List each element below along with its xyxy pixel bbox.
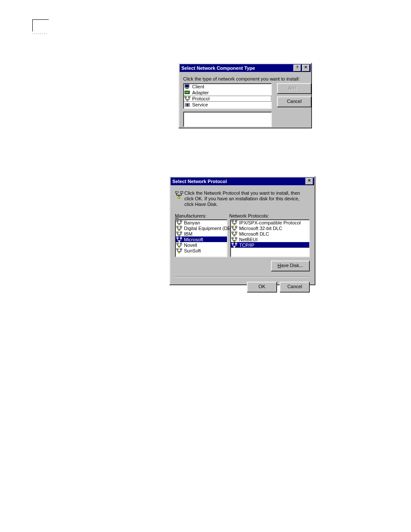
svg-rect-48 xyxy=(180,243,182,244)
protocol-icon xyxy=(231,243,237,248)
svg-point-76 xyxy=(234,235,235,236)
dialog-title: Select Network Component Type xyxy=(181,64,255,72)
item-label: Service xyxy=(192,102,208,107)
svg-rect-83 xyxy=(232,243,234,244)
svg-rect-4 xyxy=(186,92,187,93)
protocol-item[interactable]: NetBEUI xyxy=(230,236,309,242)
svg-point-58 xyxy=(178,252,180,253)
item-label: IBM xyxy=(184,231,193,236)
protocol-hero-icon xyxy=(175,190,181,196)
ok-button[interactable]: OK xyxy=(247,282,277,292)
item-label: Digital Equipment (DEC) xyxy=(184,226,236,231)
info-text: Click the Network Protocol that you want… xyxy=(184,190,310,207)
svg-rect-24 xyxy=(180,221,182,222)
svg-rect-3 xyxy=(185,91,190,94)
svg-point-46 xyxy=(178,240,180,242)
manufacturer-item[interactable]: SunSoft xyxy=(175,248,227,253)
titlebar[interactable]: Select Network Component Type ? ✕ xyxy=(180,64,311,72)
item-label: NetBEUI xyxy=(239,237,258,242)
item-label: Adapter xyxy=(192,90,209,95)
item-label: Microsoft 32-bit DLC xyxy=(239,226,282,231)
protocol-item[interactable]: IPX/SPX-compatible Protocol xyxy=(230,220,309,225)
item-label: TCP/IP xyxy=(239,243,254,248)
svg-rect-77 xyxy=(232,237,234,239)
svg-rect-7 xyxy=(188,96,190,98)
svg-rect-60 xyxy=(235,221,237,222)
component-type-item[interactable]: Client xyxy=(184,84,271,90)
svg-rect-1 xyxy=(185,85,189,87)
component-type-list[interactable]: ClientAdapterProtocolService xyxy=(183,83,272,109)
item-label: SunSoft xyxy=(184,248,201,253)
protocol-icon xyxy=(176,243,182,248)
component-type-item[interactable]: Adapter xyxy=(184,90,271,96)
adapter-icon xyxy=(184,90,190,95)
svg-rect-36 xyxy=(180,232,182,233)
protocol-icon xyxy=(231,220,237,225)
close-button[interactable]: ✕ xyxy=(305,178,313,185)
svg-rect-23 xyxy=(177,221,178,222)
component-type-item[interactable]: Service xyxy=(184,102,271,108)
svg-point-52 xyxy=(178,246,180,247)
close-button[interactable]: ✕ xyxy=(302,65,310,72)
svg-rect-6 xyxy=(185,96,187,98)
dialog-title: Select Network Protocol xyxy=(172,177,227,185)
component-type-item[interactable]: Protocol xyxy=(184,96,271,102)
protocol-item[interactable]: TCP/IP xyxy=(230,242,309,248)
svg-rect-29 xyxy=(177,226,178,227)
svg-rect-78 xyxy=(235,237,237,239)
svg-rect-84 xyxy=(235,243,237,244)
protocol-icon xyxy=(176,237,182,242)
protocol-icon xyxy=(184,96,190,101)
item-label: Microsoft DLC xyxy=(239,231,269,236)
select-network-component-type-dialog: Select Network Component Type ? ✕ Click … xyxy=(178,63,312,128)
item-label: Protocol xyxy=(192,96,209,101)
svg-point-22 xyxy=(178,196,180,199)
select-network-protocol-dialog: Select Network Protocol ✕ xyxy=(169,176,315,285)
manufacturer-item[interactable]: IBM xyxy=(175,231,227,236)
prompt-text: Click the type of network component you … xyxy=(183,76,307,81)
svg-rect-41 xyxy=(177,237,178,239)
cancel-button[interactable]: Cancel xyxy=(280,282,310,292)
svg-rect-54 xyxy=(180,249,182,250)
protocol-item[interactable]: Microsoft DLC xyxy=(230,231,309,236)
svg-rect-72 xyxy=(235,232,237,233)
titlebar[interactable]: Select Network Protocol ✕ xyxy=(171,177,314,185)
item-label: Banyan xyxy=(184,220,200,225)
help-button[interactable]: ? xyxy=(293,65,301,72)
cancel-button[interactable]: Cancel xyxy=(277,96,311,107)
manufacturer-item[interactable]: Microsoft xyxy=(175,236,227,242)
protocol-icon xyxy=(231,237,237,242)
svg-point-70 xyxy=(234,229,235,230)
manufacturer-item[interactable]: Banyan xyxy=(175,220,227,225)
protocol-icon xyxy=(176,248,182,253)
client-icon xyxy=(184,84,190,89)
protocols-list[interactable]: IPX/SPX-compatible ProtocolMicrosoft 32-… xyxy=(230,219,310,257)
item-label: Novell xyxy=(184,243,197,248)
svg-point-82 xyxy=(234,240,235,242)
manufacturers-list[interactable]: BanyanDigital Equipment (DEC)IBMMicrosof… xyxy=(175,219,227,257)
manufacturer-item[interactable]: Digital Equipment (DEC) xyxy=(175,225,227,231)
page-corner-decoration: ········ xyxy=(32,19,50,32)
add-button[interactable]: Add... xyxy=(277,83,311,94)
protocol-icon xyxy=(231,226,237,231)
item-label: IPX/SPX-compatible Protocol xyxy=(239,220,301,225)
manufacturers-label: Manufacturers: xyxy=(175,213,229,218)
description-box xyxy=(183,112,272,127)
svg-point-11 xyxy=(187,100,188,101)
item-label: Client xyxy=(192,84,204,89)
separator xyxy=(175,277,310,277)
have-disk-button[interactable]: Have Disk... xyxy=(271,261,310,271)
svg-rect-16 xyxy=(175,192,178,193)
protocol-item[interactable]: Microsoft 32-bit DLC xyxy=(230,225,309,231)
svg-rect-5 xyxy=(187,92,188,93)
svg-rect-42 xyxy=(180,237,182,239)
svg-rect-65 xyxy=(232,226,234,227)
svg-rect-53 xyxy=(177,249,178,250)
protocol-icon xyxy=(176,220,182,225)
protocol-icon xyxy=(176,231,182,236)
protocols-label: Network Protocols: xyxy=(229,213,269,218)
svg-rect-71 xyxy=(232,232,234,233)
svg-rect-30 xyxy=(180,226,182,227)
manufacturer-item[interactable]: Novell xyxy=(175,242,227,248)
svg-rect-66 xyxy=(235,226,237,227)
